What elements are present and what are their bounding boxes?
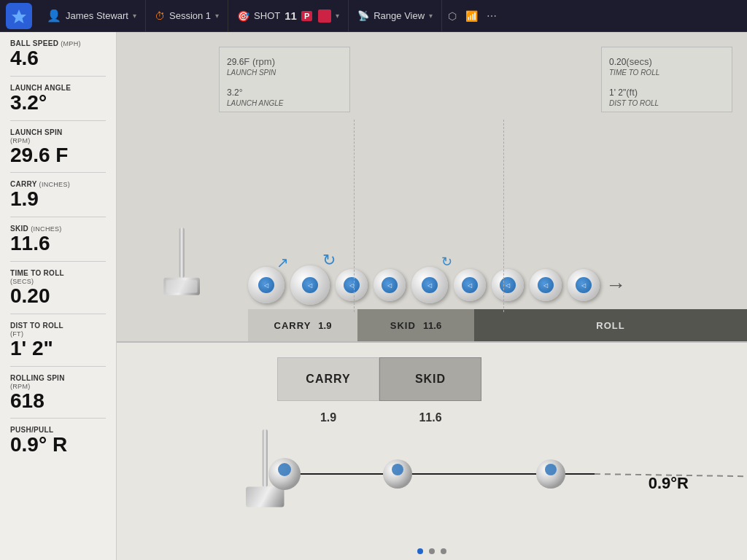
rolling-spin-value: 618: [10, 390, 106, 413]
main-layout: BALL SPEED (mph) 4.6 LAUNCH ANGLE 3.2° L…: [0, 32, 747, 560]
shot-chevron: ▾: [336, 12, 339, 20]
more-icon[interactable]: ⋯: [487, 10, 497, 22]
page-dots: [417, 548, 446, 554]
launch-spin-infobox-label: LAUNCH SPIN: [227, 69, 342, 77]
ball-5: ↻: [411, 267, 448, 303]
carry-segment: CARRY 1.9: [248, 309, 357, 341]
time-to-roll-stat: TIME TO ROLL (secs) 0.20: [10, 269, 106, 314]
bottom-skid-label: SKID: [415, 373, 446, 386]
topbar-icons: ⬡ 📶 ⋯: [448, 10, 497, 22]
spin-arrow-1: ↗: [276, 254, 289, 271]
bottom-visualization: CARRY SKID 1.9 11.6: [117, 341, 747, 560]
skid-seg-val: 11.6: [423, 320, 441, 331]
wifi-icon[interactable]: 📶: [465, 10, 478, 22]
ball-trajectory-row: ↗ ↻: [248, 265, 732, 305]
dist-to-roll-display: 1' 2"(ft): [609, 82, 724, 99]
direction-arrow: →: [605, 273, 626, 297]
dist-to-roll-label: DIST TO ROLL (ft): [10, 322, 106, 338]
push-pull-value: 0.9° R: [10, 434, 106, 456]
svg-point-7: [278, 463, 291, 476]
bottom-carry-box: CARRY: [277, 357, 379, 401]
ball-3: [336, 269, 368, 301]
user-name: James Stewart: [66, 10, 128, 21]
ball-speed-stat: BALL SPEED (mph) 4.6: [10, 39, 106, 77]
user-icon: 👤: [47, 9, 61, 23]
launch-spin-display: 29.6F (rpm): [227, 52, 342, 69]
svg-point-8: [392, 464, 403, 475]
dist-to-roll-stat: DIST TO ROLL (ft) 1' 2": [10, 322, 106, 367]
topbar: 👤 James Stewart ▾ ⏱ Session 1 ▾ 🎯 SHOT 1…: [0, 0, 747, 32]
range-chevron: ▾: [429, 12, 433, 20]
shot-section[interactable]: 🎯 SHOT 11 P ▾: [228, 0, 349, 31]
time-dist-infobox: 0.20(secs) TIME TO ROLL 1' 2"(ft) DIST T…: [601, 47, 732, 112]
user-chevron: ▾: [133, 12, 136, 20]
launch-angle-stat: LAUNCH ANGLE 3.2°: [10, 84, 106, 121]
time-to-roll-display: 0.20(secs): [609, 52, 724, 69]
ball-logo-5: [422, 277, 438, 293]
app-logo[interactable]: [6, 3, 32, 29]
ball-6: [454, 269, 486, 301]
carry-divider-line: [354, 120, 355, 312]
ball-logo-4: [382, 277, 398, 293]
page-dot-1[interactable]: [417, 548, 423, 554]
ball-8: [530, 269, 562, 301]
bottom-label-boxes: CARRY SKID: [277, 357, 481, 401]
rolling-spin-stat: ROLLING SPIN (rpm) 618: [10, 374, 106, 419]
visualization-area: 29.6F (rpm) LAUNCH SPIN 3.2° LAUNCH ANGL…: [117, 32, 747, 560]
launch-spin-label: LAUNCH SPIN (rpm): [10, 128, 106, 144]
launch-spin-stat: LAUNCH SPIN (rpm) 29.6 F: [10, 128, 106, 174]
shot-color-indicator: [318, 9, 331, 23]
page-dot-2[interactable]: [429, 548, 435, 554]
range-label: Range View: [374, 10, 425, 21]
roll-seg-label: ROLL: [596, 320, 624, 331]
page-dot-3[interactable]: [441, 548, 446, 554]
spin-arrow-2: ↻: [322, 251, 336, 270]
carry-seg-label: CARRY: [274, 320, 311, 331]
range-section[interactable]: 📡 Range View ▾: [349, 0, 442, 31]
stats-panel: BALL SPEED (mph) 4.6 LAUNCH ANGLE 3.2° L…: [0, 32, 117, 560]
ball-2: ↻: [290, 265, 330, 305]
ball-1: ↗: [248, 267, 285, 303]
bottom-carry-dist: 1.9: [277, 408, 379, 424]
shot-badge: P: [301, 11, 312, 21]
ball-speed-value: 4.6: [10, 47, 106, 70]
carry-value: 1.9: [10, 188, 106, 211]
ball-4: [374, 269, 406, 301]
ball-7: [492, 269, 524, 301]
segment-labels: CARRY 1.9 SKID 11.6 ROLL: [248, 309, 747, 341]
session-section[interactable]: ⏱ Session 1 ▾: [146, 0, 228, 31]
svg-rect-2: [166, 280, 198, 292]
dist-to-roll-infobox-label: DIST TO ROLL: [609, 99, 724, 107]
time-to-roll-value: 0.20: [10, 285, 106, 308]
push-pull-angle: 0.9°R: [649, 474, 689, 493]
skid-seg-label: SKID: [390, 320, 416, 331]
push-pull-stat: PUSH/PULL 0.9° R: [10, 426, 106, 462]
launch-spin-infobox: 29.6F (rpm) LAUNCH SPIN 3.2° LAUNCH ANGL…: [219, 47, 350, 112]
ball-logo-3: [344, 277, 360, 293]
ball-logo-1: [258, 277, 274, 293]
ball-logo-2: [302, 277, 318, 293]
roll-segment: ROLL: [474, 309, 747, 341]
ball-9: [568, 269, 600, 301]
carry-seg-val: 1.9: [318, 320, 331, 331]
time-to-roll-label: TIME TO ROLL (secs): [10, 269, 106, 285]
skid-segment: SKID 11.6: [357, 309, 474, 341]
svg-point-9: [545, 464, 557, 475]
skid-stat: SKID (inches) 11.6: [10, 225, 106, 262]
session-chevron: ▾: [215, 12, 219, 20]
time-to-roll-infobox-label: TIME TO ROLL: [609, 69, 724, 77]
dist-to-roll-value: 1' 2": [10, 338, 106, 360]
putter-image: [124, 217, 241, 312]
shot-label: SHOT: [254, 10, 280, 21]
svg-rect-0: [179, 228, 185, 278]
bluetooth-icon[interactable]: ⬡: [448, 10, 457, 22]
carry-stat: CARRY (inches) 1.9: [10, 180, 106, 217]
bottom-skid-box: SKID: [379, 357, 481, 401]
ball-logo-7: [500, 277, 516, 293]
bottom-distances: 1.9 11.6: [277, 408, 481, 424]
user-section[interactable]: 👤 James Stewart ▾: [38, 0, 146, 31]
shot-number: 11: [285, 9, 297, 22]
shot-icon: 🎯: [237, 10, 249, 22]
ball-logo-9: [576, 277, 592, 293]
launch-angle-display: 3.2°: [227, 82, 342, 99]
